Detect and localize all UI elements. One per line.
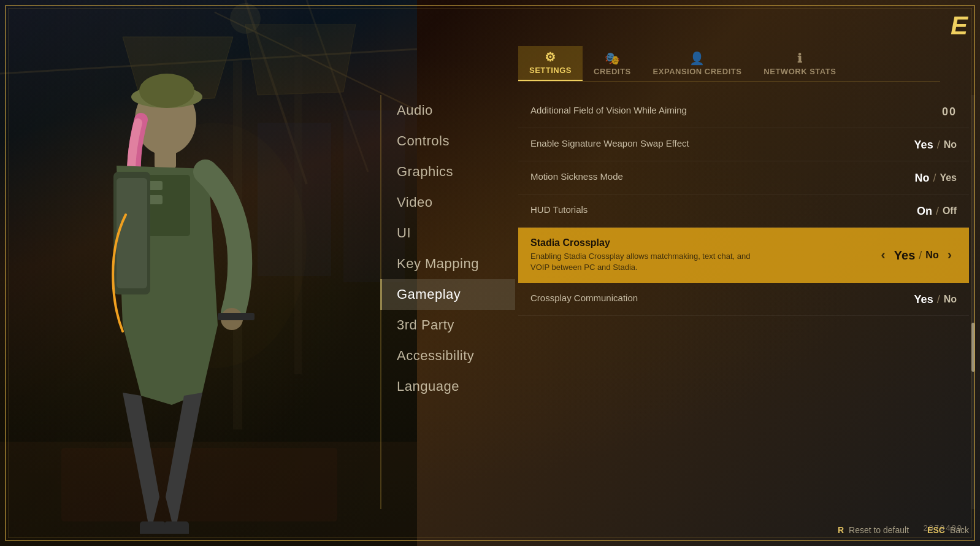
menu-item-key-mapping[interactable]: Key Mapping	[380, 248, 515, 279]
scrollbar[interactable]	[971, 95, 975, 509]
divider-enable-signature-weapon: /	[937, 138, 940, 151]
arrow-right-stadia-crossplay[interactable]: ›	[943, 247, 957, 263]
menu-item-language[interactable]: Language	[380, 371, 515, 402]
setting-label-enable-signature-weapon: Enable Signature Weapon Swap Effect	[530, 138, 957, 148]
back-action[interactable]: ESCBack	[927, 525, 969, 535]
top-nav: ⚙Settings🎭Credits👤Expansion CreditsℹNetw…	[518, 11, 940, 82]
menu-item-accessibility[interactable]: Accessibility	[380, 340, 515, 371]
active-option-enable-signature-weapon[interactable]: Yes	[914, 138, 933, 151]
svg-rect-24	[164, 521, 189, 534]
back-label: Back	[950, 525, 969, 535]
inactive-option-motion-sickness[interactable]: Yes	[940, 172, 957, 183]
setting-row-hud-tutorials: HUD TutorialsOn / Off	[518, 194, 969, 228]
menu-item-audio[interactable]: Audio	[380, 95, 515, 126]
setting-control-motion-sickness: No / Yes	[914, 171, 957, 184]
menu-item-gameplay[interactable]: Gameplay	[380, 279, 515, 310]
settings-icon: ⚙	[545, 51, 556, 63]
nav-item-settings[interactable]: ⚙Settings	[518, 46, 583, 81]
expansion-credits-label: Expansion Credits	[653, 67, 742, 76]
expansion-credits-icon: 👤	[689, 52, 705, 64]
active-option-motion-sickness[interactable]: No	[914, 171, 929, 184]
settings-label: Settings	[529, 66, 572, 75]
svg-rect-26	[218, 313, 255, 320]
active-option-stadia-crossplay: Yes	[894, 248, 915, 263]
menu-item-controls[interactable]: Controls	[380, 126, 515, 156]
reset-label: Reset to default	[849, 525, 909, 535]
setting-control-stadia-crossplay: ‹Yes / No›	[876, 247, 957, 263]
menu-item-ui[interactable]: UI	[380, 218, 515, 248]
divider-hud-tutorials: /	[936, 204, 939, 217]
arrow-left-stadia-crossplay[interactable]: ‹	[876, 247, 890, 263]
nav-item-network-stats[interactable]: ℹNetwork Stats	[752, 47, 847, 81]
setting-row-additional-fov: Additional Field of Vision While Aiming0…	[518, 95, 969, 128]
credits-label: Credits	[594, 67, 631, 76]
svg-point-16	[139, 74, 194, 108]
setting-desc-stadia-crossplay: Enabling Stadia Crossplay allows matchma…	[530, 251, 764, 273]
settings-panel: Additional Field of Vision While Aiming0…	[518, 95, 969, 509]
network-stats-label: Network Stats	[764, 67, 836, 76]
inactive-option-enable-signature-weapon[interactable]: No	[944, 139, 957, 150]
character-figure	[37, 31, 282, 534]
inactive-option-hud-tutorials[interactable]: Off	[943, 206, 957, 217]
setting-row-motion-sickness: Motion Sickness ModeNo / Yes	[518, 161, 969, 194]
bottom-bar: RReset to defaultESCBack	[380, 525, 969, 535]
reset-key: R	[838, 525, 844, 535]
svg-rect-22	[117, 178, 147, 288]
divider-stadia-crossplay: /	[919, 249, 922, 262]
setting-row-crossplay-communication: Crossplay CommunicationYes / No	[518, 283, 969, 316]
nav-item-expansion-credits[interactable]: 👤Expansion Credits	[642, 47, 753, 81]
divider-motion-sickness: /	[933, 171, 936, 184]
menu-item-video[interactable]: Video	[380, 187, 515, 218]
network-stats-icon: ℹ	[797, 52, 803, 64]
scene-background	[0, 0, 417, 546]
reset-action[interactable]: RReset to default	[838, 525, 909, 535]
setting-row-stadia-crossplay: Stadia CrossplayEnabling Stadia Crosspla…	[518, 228, 969, 283]
counter-additional-fov: 00	[942, 105, 957, 118]
divider-crossplay-communication: /	[937, 293, 940, 306]
nav-item-credits[interactable]: 🎭Credits	[583, 47, 642, 81]
svg-rect-17	[155, 147, 176, 169]
setting-label-additional-fov: Additional Field of Vision While Aiming	[530, 105, 957, 115]
left-menu: AudioControlsGraphicsVideoUIKey MappingG…	[380, 95, 515, 402]
setting-control-hud-tutorials: On / Off	[917, 204, 957, 217]
scrollbar-thumb[interactable]	[971, 323, 975, 372]
inactive-option-stadia-crossplay: No	[925, 250, 938, 261]
setting-row-enable-signature-weapon: Enable Signature Weapon Swap EffectYes /…	[518, 128, 969, 161]
game-background: AudioControlsGraphicsVideoUIKey MappingG…	[0, 0, 980, 546]
svg-rect-23	[140, 521, 166, 534]
menu-item-graphics[interactable]: Graphics	[380, 156, 515, 187]
setting-label-motion-sickness: Motion Sickness Mode	[530, 171, 957, 182]
menu-item-3rd-party[interactable]: 3rd Party	[380, 310, 515, 340]
active-option-hud-tutorials[interactable]: On	[917, 204, 932, 217]
inactive-option-crossplay-communication[interactable]: No	[944, 294, 957, 305]
credits-icon: 🎭	[605, 52, 621, 64]
e-button[interactable]: E	[951, 11, 968, 40]
setting-label-hud-tutorials: HUD Tutorials	[530, 204, 957, 215]
back-key: ESC	[927, 525, 945, 535]
svg-point-12	[230, 3, 261, 34]
setting-control-enable-signature-weapon: Yes / No	[914, 138, 957, 151]
setting-label-crossplay-communication: Crossplay Communication	[530, 293, 957, 303]
active-option-crossplay-communication[interactable]: Yes	[914, 293, 933, 306]
setting-control-crossplay-communication: Yes / No	[914, 293, 957, 306]
